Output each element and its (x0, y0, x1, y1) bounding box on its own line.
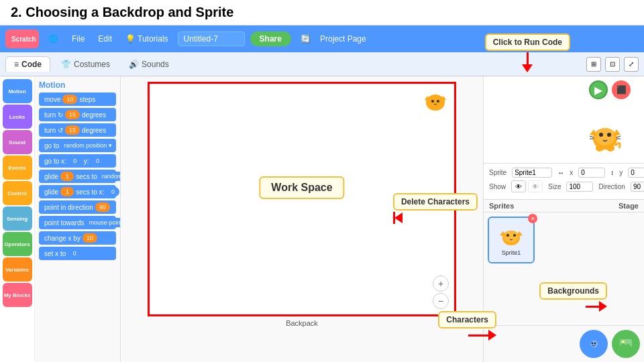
sound-icon: 🔊 (129, 60, 139, 69)
edit-menu[interactable]: Edit (94, 33, 116, 45)
size-input[interactable] (566, 182, 593, 192)
expand-icon[interactable]: ⤢ (624, 57, 639, 72)
svg-point-17 (596, 145, 604, 152)
code-icon: ≡ (14, 60, 19, 69)
svg-line-13 (590, 136, 594, 137)
direction-input[interactable] (631, 182, 644, 192)
category-myblocks[interactable]: My Blocks (3, 283, 32, 307)
sidebar: Motion Looks Sound Events Control Sensin… (0, 76, 121, 362)
block-glide-xy[interactable]: glide 1 secs to x: 0 y: 0 (39, 185, 116, 198)
sprite-name-label: Sprite (489, 169, 506, 176)
sprite-workspace-thumbnail (422, 89, 449, 113)
block-goto-xy[interactable]: go to x: 0 y: 0 (39, 154, 116, 168)
tutorials-icon[interactable]: 💡 Tutorials (121, 33, 172, 45)
category-operators[interactable]: Operators (3, 232, 32, 256)
block-goto-random[interactable]: go to random position ▾ (39, 139, 116, 152)
click-to-run-callout: Click to Run Code (485, 34, 570, 72)
sprite-delete-button[interactable]: ✕ (528, 214, 537, 223)
zoom-in-button[interactable]: + (433, 276, 449, 292)
block-point-towards[interactable]: point towards mouse-pointer ▾ (39, 216, 116, 229)
svg-point-27 (594, 343, 596, 345)
block-turn-ccw[interactable]: turn ↺ 15 degrees (39, 123, 116, 137)
backgrounds-label: Backgrounds (539, 282, 607, 300)
y-arrow-icon: ↕ (610, 169, 614, 176)
block-move[interactable]: move 10 steps (39, 93, 116, 106)
characters-callout: Characters (438, 311, 496, 341)
globe-icon[interactable]: 🌐 (44, 33, 62, 45)
stage-section-label: Stage (613, 200, 644, 212)
svg-point-18 (606, 145, 614, 152)
green-flag-button[interactable]: ▶ (589, 80, 608, 99)
show-visible-button[interactable]: 👁 (511, 180, 526, 192)
add-sprite-button[interactable] (580, 330, 608, 358)
tab-code[interactable]: ≡ Code (5, 56, 50, 72)
category-sensing[interactable]: Sensing (3, 206, 32, 231)
block-glide-random[interactable]: glide 1 secs to random position ▾ (39, 170, 116, 183)
category-control[interactable]: Control (3, 181, 32, 205)
svg-point-20 (504, 231, 519, 243)
svg-point-8 (595, 128, 615, 145)
title-text: 2. Choosing a Backdrop and Sprite (11, 5, 233, 19)
add-area (484, 325, 644, 362)
stage-cat (587, 120, 624, 156)
x-label: x (570, 169, 573, 176)
block-change-x[interactable]: change x by 10 (39, 231, 116, 245)
direction-label: Direction (598, 183, 625, 190)
svg-point-24 (513, 234, 516, 237)
svg-point-23 (506, 234, 509, 237)
svg-point-6 (437, 100, 439, 103)
add-backdrop-button[interactable] (612, 330, 640, 358)
svg-point-29 (622, 341, 625, 343)
project-page-link[interactable]: Project Page (320, 34, 366, 44)
backgrounds-callout: Backgrounds (539, 282, 607, 312)
category-looks[interactable]: Looks (3, 105, 32, 129)
characters-label: Characters (438, 311, 496, 328)
svg-point-2 (426, 95, 445, 111)
project-page-label: Project Page (320, 34, 366, 44)
share-button[interactable]: Share (250, 32, 291, 46)
file-menu[interactable]: File (68, 33, 89, 45)
y-label: y (619, 169, 623, 176)
category-variables[interactable]: Variables (3, 257, 32, 282)
stage-preview: ▶ ⬛ (484, 76, 644, 164)
block-set-x[interactable]: set x to 0 (39, 247, 116, 260)
sprite-thumb-sprite1[interactable]: ✕ Sprite1 (488, 217, 535, 263)
delete-characters-label: Delete Characters (393, 193, 478, 210)
main-area: Motion Looks Sound Events Control Sensin… (0, 76, 644, 362)
sync-icon: 🔄 (297, 33, 315, 45)
svg-text:Scratch: Scratch (11, 36, 36, 43)
page-title: 2. Choosing a Backdrop and Sprite (0, 0, 644, 25)
zoom-controls: + − (433, 276, 449, 309)
stop-button[interactable]: ⬛ (612, 80, 631, 99)
view-icon-2[interactable]: ⊡ (605, 57, 620, 72)
y-input[interactable] (628, 168, 644, 178)
svg-line-15 (616, 136, 621, 137)
category-sound[interactable]: Sound (3, 130, 32, 154)
sprite-thumb-label: Sprite1 (502, 249, 521, 256)
block-turn-cw[interactable]: turn ↻ 15 degrees (39, 108, 116, 121)
svg-point-5 (431, 100, 434, 103)
scratch-logo: Scratch (5, 29, 39, 48)
backpack-label: Backpack (286, 319, 318, 327)
x-input[interactable] (578, 168, 605, 178)
view-icon-1[interactable]: ⊞ (586, 57, 601, 72)
sprites-section-label: Sprites (484, 200, 613, 212)
tab-sounds[interactable]: 🔊 Sounds (121, 57, 177, 72)
sprite-name-input[interactable] (512, 168, 552, 178)
click-run-label: Click to Run Code (485, 34, 570, 51)
category-events[interactable]: Events (3, 156, 32, 180)
x-arrow-icon: ↔ (557, 169, 564, 176)
zoom-out-button[interactable]: − (433, 293, 449, 309)
size-label: Size (548, 183, 561, 190)
tab-costumes[interactable]: 👕 Costumes (53, 57, 118, 72)
show-hidden-button[interactable]: 👁 (528, 180, 543, 192)
project-title-input[interactable] (178, 32, 245, 46)
svg-point-11 (599, 133, 603, 137)
costume-icon: 👕 (61, 60, 71, 69)
blocks-panel: Motion move 10 steps turn ↻ 15 degrees t… (35, 76, 120, 362)
delete-characters-callout: Delete Characters (393, 193, 478, 224)
block-point-direction[interactable]: point in direction 90 (39, 200, 116, 214)
workspace-label: Work Space (259, 176, 344, 199)
stage-panel: ▶ ⬛ (483, 76, 644, 362)
category-motion[interactable]: Motion (3, 79, 32, 103)
